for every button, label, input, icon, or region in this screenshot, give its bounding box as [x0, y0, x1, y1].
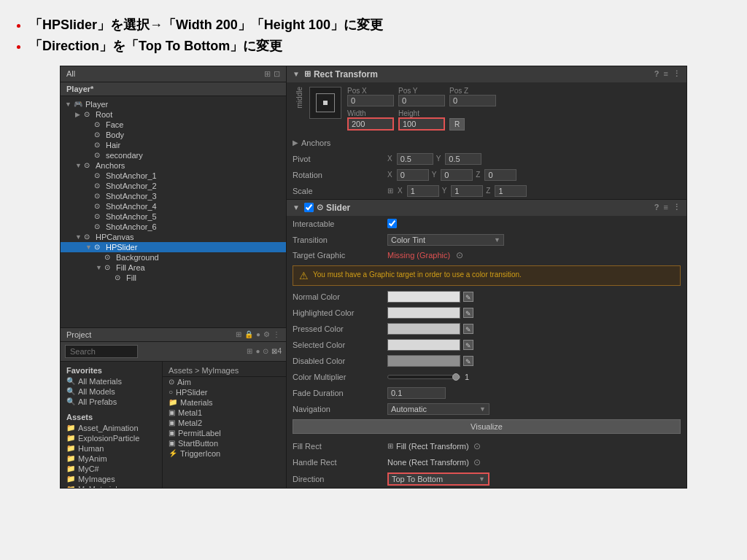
tree-item-player[interactable]: ▼ 🎮 Player — [61, 99, 286, 109]
proj-icon-2[interactable]: 🔒 — [244, 330, 253, 338]
transition-dropdown[interactable]: Color Tint ▼ — [387, 234, 504, 246]
highlighted-color-swatch[interactable] — [387, 307, 460, 319]
search-filter-3[interactable]: ⊙ — [263, 347, 268, 355]
tree-item-anchors[interactable]: ▼ ⊙ Anchors — [61, 160, 286, 171]
favorites-item-allmaterials[interactable]: 🔍All Materials — [61, 376, 162, 386]
right-item-aim[interactable]: ⊙Aim — [163, 377, 286, 387]
right-item-metal1[interactable]: ▣Metal1 — [163, 408, 286, 418]
disabled-color-pick[interactable]: ✎ — [463, 356, 473, 366]
rotation-x-input[interactable] — [397, 169, 429, 181]
right-item-metal2[interactable]: ▣Metal2 — [163, 418, 286, 428]
target-graphic-select-icon[interactable]: ⊙ — [456, 250, 463, 260]
search-filter-4[interactable]: ⊠4 — [271, 347, 282, 355]
right-item-hpslider[interactable]: ○HPSlider — [163, 387, 286, 397]
r-button[interactable]: R — [449, 118, 465, 131]
assets-item-explosionparticle[interactable]: 📁ExplosionParticle — [61, 433, 162, 443]
assets-item-myanim[interactable]: 📁MyAnim — [61, 454, 162, 464]
pos-y-input[interactable] — [398, 95, 445, 106]
visualize-button[interactable]: Visualize — [293, 419, 681, 434]
tree-item-hpslider[interactable]: ▼ ⊙ HPSlider — [61, 242, 286, 252]
slider-toggle-arrow[interactable]: ▼ — [293, 203, 300, 211]
rect-settings-icon[interactable]: ≡ — [664, 69, 668, 79]
favorites-item-allmodels[interactable]: 🔍All Models — [61, 386, 162, 397]
right-item-startbutton[interactable]: ▣StartButton — [163, 438, 286, 448]
hierarchy-icon-2[interactable]: ⊡ — [274, 69, 280, 79]
selected-color-pick[interactable]: ✎ — [463, 340, 473, 350]
project-search-input[interactable] — [65, 345, 138, 358]
tree-item-shotanchor5[interactable]: ⊙ ShotAnchor_5 — [61, 211, 286, 222]
slider-enable-checkbox[interactable] — [304, 203, 314, 212]
anchors-arrow[interactable]: ▶ — [293, 139, 298, 147]
assets-item-myimages[interactable]: 📁MyImages — [61, 474, 162, 484]
disabled-color-swatch[interactable] — [387, 355, 460, 367]
tree-item-hpcanvas[interactable]: ▼ ⊙ HPCanvas — [61, 232, 286, 242]
scale-x-input[interactable] — [407, 185, 439, 197]
direction-dropdown[interactable]: Top To Bottom ▼ — [387, 472, 489, 486]
favorites-item-allprefabs[interactable]: 🔍All Prefabs — [61, 397, 162, 407]
proj-icon-4[interactable]: ⚙ — [263, 330, 270, 338]
handle-rect-select-icon[interactable]: ⊙ — [473, 457, 481, 467]
assets-item-asset_animation[interactable]: 📁Asset_Animation — [61, 423, 162, 433]
tree-item-fill[interactable]: ⊙ Fill — [61, 273, 286, 283]
rect-toggle-arrow[interactable]: ▼ — [293, 70, 300, 78]
scale-z-input[interactable] — [495, 185, 527, 197]
rotation-z-input[interactable] — [484, 169, 516, 181]
fill-rect-select-icon[interactable]: ⊙ — [473, 441, 481, 451]
proj-icon-1[interactable]: ⊞ — [236, 330, 241, 338]
tree-item-shotanchor4[interactable]: ⊙ ShotAnchor_4 — [61, 201, 286, 211]
normal-color-swatch[interactable] — [387, 291, 460, 303]
proj-icon-3[interactable]: ● — [256, 330, 260, 338]
project-title: Project — [66, 330, 91, 339]
tree-item-shotanchor2[interactable]: ⊙ ShotAnchor_2 — [61, 181, 286, 191]
pos-z-field: Pos Z — [449, 87, 496, 106]
pos-x-input[interactable] — [347, 95, 394, 106]
tree-item-root[interactable]: ▶ ⊙ Root — [61, 109, 286, 120]
height-input[interactable] — [398, 117, 445, 131]
hierarchy-tree[interactable]: ▼ 🎮 Player ▶ ⊙ Root ⊙ Face ⊙ Body ⊙ Hair… — [61, 96, 286, 327]
tree-item-body[interactable]: ⊙ Body — [61, 130, 286, 140]
scale-y-label: Y — [442, 187, 447, 195]
rect-more-icon[interactable]: ⋮ — [673, 69, 681, 79]
search-filter-1[interactable]: ⊞ — [247, 347, 252, 355]
scale-y-input[interactable] — [451, 185, 483, 197]
hierarchy-icon-1[interactable]: ⊞ — [264, 69, 271, 79]
tree-label-shotanchor3: ShotAnchor_3 — [106, 192, 157, 201]
interactable-checkbox[interactable] — [387, 219, 397, 228]
rect-help-icon[interactable]: ? — [654, 69, 659, 79]
tree-item-fillarea[interactable]: ▼ ⊙ Fill Area — [61, 262, 286, 273]
tree-item-background[interactable]: ⊙ Background — [61, 252, 286, 262]
proj-icon-5[interactable]: ⋮ — [273, 330, 280, 338]
tree-item-face[interactable]: ⊙ Face — [61, 120, 286, 130]
search-filter-2[interactable]: ● — [255, 347, 260, 355]
slider-settings-icon[interactable]: ≡ — [664, 203, 668, 212]
right-item-permitlabel[interactable]: ▣PermitLabel — [163, 428, 286, 438]
normal-color-pick[interactable]: ✎ — [463, 292, 473, 302]
fade-duration-input[interactable] — [387, 387, 446, 399]
anchor-widget[interactable] — [309, 87, 341, 119]
assets-item-human[interactable]: 📁Human — [61, 443, 162, 454]
color-multiplier-track[interactable] — [387, 375, 460, 379]
pos-z-input[interactable] — [449, 95, 496, 106]
tree-item-shotanchor1[interactable]: ⊙ ShotAnchor_1 — [61, 171, 286, 181]
tree-item-hair[interactable]: ⊙ Hair — [61, 140, 286, 150]
tree-icon-shotanchor5: ⊙ — [94, 212, 104, 220]
pressed-color-swatch[interactable] — [387, 323, 460, 335]
width-input[interactable] — [347, 117, 394, 131]
right-item-triggericon[interactable]: ⚡TriggerIcon — [163, 448, 286, 459]
pressed-color-pick[interactable]: ✎ — [463, 324, 473, 334]
rotation-y-input[interactable] — [441, 169, 473, 181]
right-item-materials[interactable]: 📁Materials — [163, 397, 286, 408]
pivot-x-input[interactable] — [397, 153, 433, 165]
assets-item-mymaterials[interactable]: 📁MyMaterials — [61, 484, 162, 488]
highlighted-color-pick[interactable]: ✎ — [463, 308, 473, 318]
pivot-y-input[interactable] — [445, 153, 481, 165]
slider-help-icon[interactable]: ? — [654, 203, 659, 212]
tree-item-secondary[interactable]: ⊙ secondary — [61, 150, 286, 160]
assets-item-myc#[interactable]: 📁MyC# — [61, 464, 162, 474]
tree-item-shotanchor6[interactable]: ⊙ ShotAnchor_6 — [61, 222, 286, 232]
tree-item-shotanchor3[interactable]: ⊙ ShotAnchor_3 — [61, 191, 286, 201]
selected-color-swatch[interactable] — [387, 339, 460, 351]
navigation-dropdown[interactable]: Automatic ▼ — [387, 403, 489, 415]
inspector-panel[interactable]: ▼ ⊞ Rect Transform ? ≡ ⋮ middle — [287, 66, 686, 488]
slider-more-icon[interactable]: ⋮ — [673, 203, 681, 212]
